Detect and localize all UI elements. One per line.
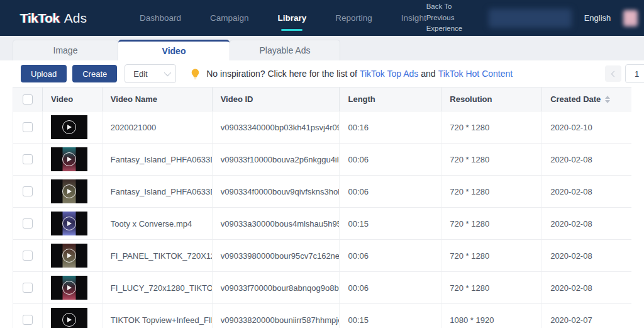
tiktok-hot-content-link[interactable]: TikTok Hot Content: [438, 69, 513, 79]
video-created-date-cell: 2020-02-10: [542, 111, 631, 143]
row-check-cell: [13, 208, 43, 239]
table-header-row: Video Video Name Video ID Length Resolut…: [13, 88, 631, 111]
row-checkbox[interactable]: [23, 122, 33, 132]
video-name-cell: TIKTOK Topview+Infeed_FINAL...: [103, 304, 213, 328]
language-selector[interactable]: English: [584, 13, 611, 23]
table-row: FI_PANEL_TIKTOK_720X1280_V... v090339800…: [13, 240, 631, 272]
pagination: 1: [605, 64, 644, 83]
row-checkbox[interactable]: [23, 154, 33, 164]
nav-item-library[interactable]: Library: [278, 9, 307, 26]
header-resolution: Resolution: [441, 88, 542, 111]
video-thumbnail[interactable]: [51, 147, 87, 171]
video-name-cell: Fantasy_Island_PHFA0633D217...: [103, 176, 213, 207]
row-thumb-cell: [43, 272, 103, 303]
video-name-cell: 2020021000: [103, 111, 213, 143]
toolbar: Upload Create Edit No inspiration? Click…: [0, 60, 644, 87]
video-thumbnail[interactable]: [51, 276, 87, 300]
page-number-select[interactable]: 1: [625, 64, 644, 83]
header-length: Length: [340, 88, 441, 111]
video-resolution-cell: 720 * 1280: [441, 176, 542, 207]
video-name-cell: FI_PANEL_TIKTOK_720X1280_V...: [103, 240, 213, 271]
video-length-cell: 00:06: [340, 240, 441, 271]
video-length-cell: 00:06: [340, 144, 441, 175]
create-button[interactable]: Create: [72, 65, 117, 82]
created-date-label: Created Date: [550, 94, 601, 104]
play-icon: [62, 217, 76, 230]
video-thumbnail[interactable]: [51, 308, 87, 328]
back-to-previous-link[interactable]: Back To Previous Experience: [426, 1, 476, 35]
nav-item-insight[interactable]: Insight: [401, 9, 426, 26]
row-check-cell: [13, 144, 43, 175]
row-checkbox[interactable]: [23, 315, 33, 325]
row-checkbox[interactable]: [23, 251, 33, 261]
video-resolution-cell: 720 * 1280: [441, 111, 542, 143]
video-id-cell: v090334f0000bouv9qivfskns3hoho6g: [213, 176, 340, 207]
header-created-date: Created Date: [542, 88, 631, 111]
back-link-line1: Back To Previous: [426, 1, 476, 24]
video-name-cell: Tooty x Converse.mp4: [103, 208, 213, 239]
video-resolution-cell: 720 * 1280: [441, 240, 542, 271]
video-length-cell: 00:06: [340, 176, 441, 207]
nav-item-campaign[interactable]: Campaign: [210, 9, 249, 26]
video-thumbnail[interactable]: [51, 179, 87, 203]
table-row: TIKTOK Topview+Infeed_FINAL... v09033820…: [13, 304, 631, 328]
table-row: Fantasy_Island_PHFA0633D21... v09033f100…: [13, 144, 631, 176]
nav-item-dashboard[interactable]: Dashboard: [140, 9, 181, 26]
row-checkbox[interactable]: [23, 186, 33, 196]
play-icon: [62, 152, 76, 166]
row-check-cell: [13, 176, 43, 207]
row-check-cell: [13, 304, 43, 328]
play-icon: [62, 184, 76, 198]
play-icon: [62, 120, 76, 134]
video-id-cell: v09033f70000bour8abnqog9o8beg06g: [213, 272, 340, 303]
sort-icon[interactable]: [605, 96, 610, 103]
video-length-cell: 00:06: [340, 272, 441, 303]
select-all-checkbox[interactable]: [23, 94, 33, 105]
play-icon: [62, 313, 76, 327]
library-tabs: Image Video Playable Ads: [0, 36, 644, 60]
edit-dropdown[interactable]: Edit: [125, 64, 176, 83]
video-thumbnail[interactable]: [51, 244, 87, 268]
row-thumb-cell: [43, 144, 103, 175]
logo-ads: Ads: [64, 11, 87, 26]
pagination-prev-button[interactable]: [605, 65, 621, 82]
video-name-cell: FI_LUCY_720x1280_TIKTOK_VA...: [103, 272, 213, 303]
video-id-cell: v09033a30000bous4mlshau5h95j4vjg: [213, 208, 340, 239]
row-checkbox[interactable]: [23, 218, 33, 229]
avatar[interactable]: [623, 10, 638, 26]
tiktok-ads-logo[interactable]: TikTok Ads: [20, 11, 87, 26]
row-thumb-cell: [43, 208, 103, 239]
video-thumbnail[interactable]: [51, 212, 87, 235]
play-icon: [62, 249, 76, 263]
tab-image[interactable]: Image: [13, 40, 118, 60]
video-table: Video Video Name Video ID Length Resolut…: [13, 87, 631, 328]
video-length-cell: 00:16: [340, 111, 441, 143]
video-thumbnail[interactable]: [51, 115, 87, 139]
video-created-date-cell: 2020-02-08: [542, 240, 631, 271]
content-panel: Upload Create Edit No inspiration? Click…: [0, 60, 644, 328]
table-row: 2020021000 v09033340000bp03kh41psvj4r09f…: [13, 111, 631, 144]
nav-item-reporting[interactable]: Reporting: [335, 9, 372, 26]
video-length-cell: 00:15: [340, 208, 441, 239]
table-row: Fantasy_Island_PHFA0633D217... v090334f0…: [13, 176, 631, 208]
video-resolution-cell: 1080 * 1920: [441, 304, 542, 328]
select-all-cell: [13, 88, 43, 111]
tiktok-top-ads-link[interactable]: TikTok Top Ads: [360, 69, 418, 79]
tab-playable-ads[interactable]: Playable Ads: [230, 40, 340, 60]
chevron-left-icon: [611, 71, 617, 77]
row-check-cell: [13, 240, 43, 271]
video-id-cell: v09033340000bp03kh41psvj4r09f1og: [213, 111, 340, 143]
row-check-cell: [13, 111, 43, 143]
row-checkbox[interactable]: [23, 283, 33, 293]
video-resolution-cell: 720 * 1280: [441, 272, 542, 303]
video-id-cell: v09033820000bouniirr587hhmpjeoe0: [213, 304, 340, 328]
table-row: Tooty x Converse.mp4 v09033a30000bous4ml…: [13, 208, 631, 240]
video-created-date-cell: 2020-02-07: [542, 304, 631, 328]
table-body: 2020021000 v09033340000bp03kh41psvj4r09f…: [13, 111, 631, 328]
inspiration-tip: No inspiration? Click here for the list …: [191, 69, 513, 79]
edit-dropdown-label: Edit: [133, 69, 147, 79]
upload-button[interactable]: Upload: [21, 65, 67, 82]
row-thumb-cell: [43, 304, 103, 328]
video-name-cell: Fantasy_Island_PHFA0633D21...: [103, 144, 213, 175]
tab-video[interactable]: Video: [118, 40, 230, 60]
